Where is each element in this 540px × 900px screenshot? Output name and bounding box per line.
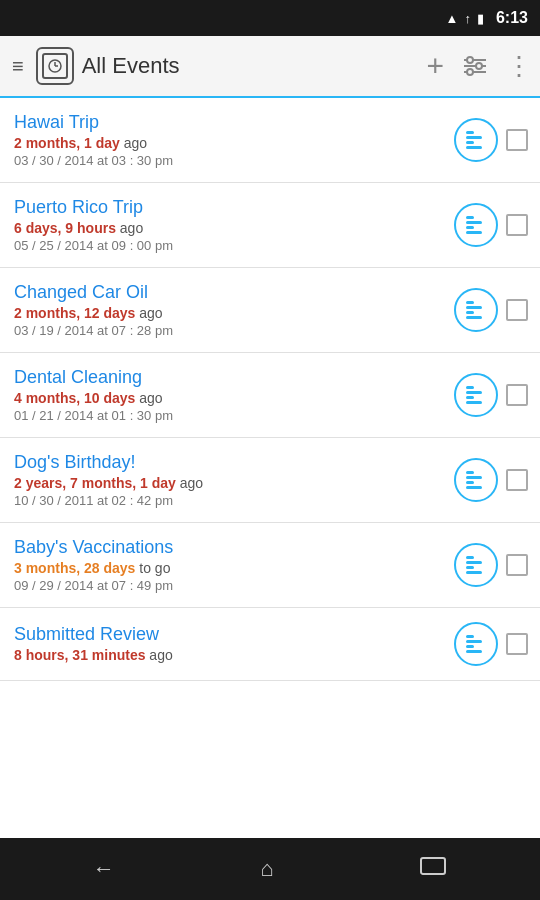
list-line-3 xyxy=(466,566,474,569)
recent-apps-icon xyxy=(419,855,447,877)
list-line-1 xyxy=(466,635,474,638)
list-detail-icon xyxy=(463,552,489,578)
event-relative-time: 8 hours, 31 minutes ago xyxy=(14,647,454,663)
event-datetime: 09 / 29 / 2014 at 07 : 49 pm xyxy=(14,578,454,593)
event-title: Dental Cleaning xyxy=(14,367,454,388)
signal-icon: ↑ xyxy=(464,11,471,26)
event-list: Hawai Trip 2 months, 1 day ago 03 / 30 /… xyxy=(0,98,540,838)
event-title: Puerto Rico Trip xyxy=(14,197,454,218)
event-content: Submitted Review 8 hours, 31 minutes ago xyxy=(14,624,454,665)
event-relative-time: 4 months, 10 days ago xyxy=(14,390,454,406)
list-line-2 xyxy=(466,561,482,564)
list-line-4 xyxy=(466,401,482,404)
nav-back-button[interactable]: ← xyxy=(73,848,135,890)
menu-icon[interactable]: ≡ xyxy=(8,51,28,82)
list-line-3 xyxy=(466,645,474,648)
event-relative-time: 2 months, 1 day ago xyxy=(14,135,454,151)
event-content: Dog's Birthday! 2 years, 7 months, 1 day… xyxy=(14,452,454,508)
event-detail-button[interactable] xyxy=(454,458,498,502)
svg-point-8 xyxy=(467,69,473,75)
app-bar-actions: + ⋮ xyxy=(426,49,532,83)
event-detail-button[interactable] xyxy=(454,622,498,666)
event-detail-button[interactable] xyxy=(454,373,498,417)
event-checkbox[interactable] xyxy=(506,633,528,655)
event-content: Changed Car Oil 2 months, 12 days ago 03… xyxy=(14,282,454,338)
event-actions xyxy=(454,203,528,247)
event-title: Changed Car Oil xyxy=(14,282,454,303)
wifi-icon: ▲ xyxy=(446,11,459,26)
list-line-1 xyxy=(466,301,474,304)
list-detail-icon xyxy=(463,212,489,238)
list-line-4 xyxy=(466,146,482,149)
more-options-button[interactable]: ⋮ xyxy=(506,51,532,82)
event-title: Dog's Birthday! xyxy=(14,452,454,473)
filter-icon xyxy=(462,55,488,77)
event-checkbox[interactable] xyxy=(506,554,528,576)
nav-recent-button[interactable] xyxy=(399,847,467,891)
list-line-3 xyxy=(466,396,474,399)
list-item: Dental Cleaning 4 months, 10 days ago 01… xyxy=(0,353,540,438)
event-datetime: 03 / 19 / 2014 at 07 : 28 pm xyxy=(14,323,454,338)
event-actions xyxy=(454,118,528,162)
event-relative-time: 2 years, 7 months, 1 day ago xyxy=(14,475,454,491)
list-line-1 xyxy=(466,556,474,559)
event-time-value: 4 months, 10 days xyxy=(14,390,135,406)
svg-point-6 xyxy=(467,57,473,63)
event-detail-button[interactable] xyxy=(454,543,498,587)
list-line-3 xyxy=(466,226,474,229)
list-line-3 xyxy=(466,481,474,484)
filter-button[interactable] xyxy=(462,55,488,77)
list-detail-icon xyxy=(463,127,489,153)
event-time-value: 8 hours, 31 minutes xyxy=(14,647,145,663)
event-datetime: 03 / 30 / 2014 at 03 : 30 pm xyxy=(14,153,454,168)
app-logo-inner xyxy=(42,53,68,79)
event-time-suffix: ago xyxy=(176,475,203,491)
list-detail-icon xyxy=(463,631,489,657)
list-line-2 xyxy=(466,306,482,309)
event-time-value: 2 months, 1 day xyxy=(14,135,120,151)
event-time-suffix: to go xyxy=(135,560,170,576)
nav-bar: ← ⌂ xyxy=(0,838,540,900)
event-actions xyxy=(454,288,528,332)
list-detail-icon xyxy=(463,297,489,323)
event-checkbox[interactable] xyxy=(506,299,528,321)
clock-icon xyxy=(47,58,63,74)
event-actions xyxy=(454,543,528,587)
list-item: Dog's Birthday! 2 years, 7 months, 1 day… xyxy=(0,438,540,523)
event-time-value: 2 months, 12 days xyxy=(14,305,135,321)
nav-home-button[interactable]: ⌂ xyxy=(240,848,293,890)
event-detail-button[interactable] xyxy=(454,288,498,332)
event-datetime: 01 / 21 / 2014 at 01 : 30 pm xyxy=(14,408,454,423)
list-item: Puerto Rico Trip 6 days, 9 hours ago 05 … xyxy=(0,183,540,268)
event-title: Hawai Trip xyxy=(14,112,454,133)
event-relative-time: 6 days, 9 hours ago xyxy=(14,220,454,236)
event-title: Baby's Vaccinations xyxy=(14,537,454,558)
add-event-button[interactable]: + xyxy=(426,49,444,83)
event-time-suffix: ago xyxy=(135,390,162,406)
event-content: Puerto Rico Trip 6 days, 9 hours ago 05 … xyxy=(14,197,454,253)
svg-point-7 xyxy=(476,63,482,69)
event-title: Submitted Review xyxy=(14,624,454,645)
app-bar: ≡ All Events + ⋮ xyxy=(0,36,540,98)
event-time-suffix: ago xyxy=(116,220,143,236)
event-detail-button[interactable] xyxy=(454,203,498,247)
event-time-value: 6 days, 9 hours xyxy=(14,220,116,236)
list-line-1 xyxy=(466,216,474,219)
event-time-value: 3 months, 28 days xyxy=(14,560,135,576)
list-line-4 xyxy=(466,650,482,653)
event-checkbox[interactable] xyxy=(506,214,528,236)
event-checkbox[interactable] xyxy=(506,384,528,406)
event-checkbox[interactable] xyxy=(506,129,528,151)
list-line-3 xyxy=(466,141,474,144)
list-detail-icon xyxy=(463,382,489,408)
event-actions xyxy=(454,622,528,666)
event-checkbox[interactable] xyxy=(506,469,528,491)
event-detail-button[interactable] xyxy=(454,118,498,162)
list-line-2 xyxy=(466,136,482,139)
list-line-2 xyxy=(466,391,482,394)
status-icons: ▲ ↑ ▮ 6:13 xyxy=(446,9,528,27)
event-relative-time: 2 months, 12 days ago xyxy=(14,305,454,321)
list-line-1 xyxy=(466,471,474,474)
event-time-suffix: ago xyxy=(145,647,172,663)
list-line-2 xyxy=(466,476,482,479)
